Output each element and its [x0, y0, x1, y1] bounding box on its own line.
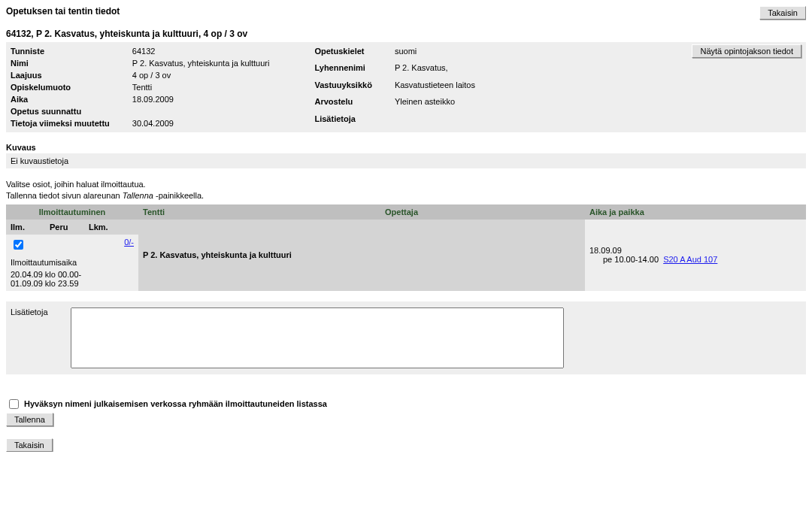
description-text: Ei kuvaustietoja	[6, 153, 806, 168]
cell-date: 18.09.09	[589, 246, 801, 255]
instructions-line2a: Tallenna tiedot sivun alareunan	[6, 191, 123, 200]
label-opetus-suunnattu: Opetus suunnattu	[11, 105, 132, 117]
description-heading: Kuvaus	[6, 143, 806, 152]
registration-table: Ilmoittautuminen Tentti Opettaja Aika ja…	[6, 204, 806, 291]
consent-checkbox[interactable]	[9, 399, 19, 409]
label-arvostelu: Arvostelu	[314, 95, 394, 112]
label-vastuuyksikko: Vastuuyksikkö	[314, 79, 394, 95]
cell-time: pe 10.00-14.00	[603, 255, 659, 264]
back-button-bottom[interactable]: Takaisin	[6, 438, 53, 452]
label-nimi: Nimi	[11, 57, 132, 69]
label-tietoja-muutettu: Tietoja viimeksi muutettu	[11, 117, 132, 129]
label-opiskelumuoto: Opiskelumuoto	[11, 81, 132, 93]
value-opetuskielet: suomi	[395, 45, 498, 62]
room-link[interactable]: S20 A Aud 107	[663, 255, 717, 264]
value-aika: 18.09.2009	[132, 93, 292, 105]
th-aika-paikka: Aika ja paikka	[585, 204, 806, 220]
th-ilmoittautuminen: Ilmoittautuminen	[6, 204, 138, 220]
value-opiskelumuoto: Tentti	[132, 81, 292, 93]
label-lyhennenimi: Lyhennenimi	[314, 62, 394, 78]
label-tunniste: Tunniste	[11, 45, 132, 57]
count-link[interactable]: 0/-	[124, 238, 134, 247]
value-arvostelu: Yleinen asteikko	[395, 95, 498, 112]
reg-period-end: 01.09.09 klo 23.59	[11, 279, 134, 288]
consent-label: Hyväksyn nimeni julkaisemisen verkossa r…	[24, 399, 327, 408]
reg-period-label: Ilmoittautumisaika	[6, 255, 138, 270]
th-ilm: Ilm.	[6, 220, 45, 235]
course-heading: 64132, P 2. Kasvatus, yhteiskunta ja kul…	[6, 29, 806, 39]
page-title: Opetuksen tai tentin tiedot	[6, 6, 120, 17]
instructions-line2c: -painikkeella.	[153, 191, 204, 200]
reg-period-start: 20.04.09 klo 00.00-	[11, 270, 134, 279]
additional-label: Lisätietoja	[11, 307, 48, 317]
label-opetuskielet: Opetuskielet	[314, 45, 394, 62]
value-lyhennenimi: P 2. Kasvatus,	[395, 62, 498, 78]
show-course-details-button[interactable]: Näytä opintojakson tiedot	[692, 44, 801, 58]
value-lisatietoja	[395, 113, 498, 129]
th-lkm: Lkm.	[84, 220, 138, 235]
th-peru: Peru	[45, 220, 84, 235]
save-button[interactable]: Tallenna	[6, 413, 53, 426]
label-lisatietoja: Lisätietoja	[314, 113, 394, 129]
cell-tentti-name: P 2. Kasvatus, yhteiskunta ja kulttuuri	[138, 220, 380, 291]
instructions: Valitse osiot, joihin haluat ilmoittautu…	[6, 179, 806, 202]
value-vastuuyksikko: Kasvatustieteen laitos	[395, 79, 498, 95]
value-nimi: P 2. Kasvatus, yhteiskunta ja kulttuuri	[132, 57, 292, 69]
value-tietoja-muutettu: 30.04.2009	[132, 117, 292, 129]
value-laajuus: 4 op / 3 ov	[132, 69, 292, 81]
instructions-line1: Valitse osiot, joihin haluat ilmoittautu…	[6, 180, 146, 189]
instructions-line2b: Tallenna	[123, 191, 153, 200]
back-button[interactable]: Takaisin	[759, 6, 806, 20]
label-laajuus: Laajuus	[11, 69, 132, 81]
course-info-box: Näytä opintojakson tiedot Tunniste 64132…	[6, 42, 806, 132]
th-tentti: Tentti	[138, 204, 380, 220]
th-opettaja: Opettaja	[380, 204, 585, 220]
register-checkbox[interactable]	[14, 240, 23, 250]
cell-opettaja	[380, 220, 585, 291]
additional-info-row: Lisätietoja	[6, 301, 806, 374]
additional-textarea[interactable]	[71, 307, 564, 368]
label-aika: Aika	[11, 93, 132, 105]
value-tunniste: 64132	[132, 45, 292, 57]
value-opetus-suunnattu	[132, 105, 292, 117]
